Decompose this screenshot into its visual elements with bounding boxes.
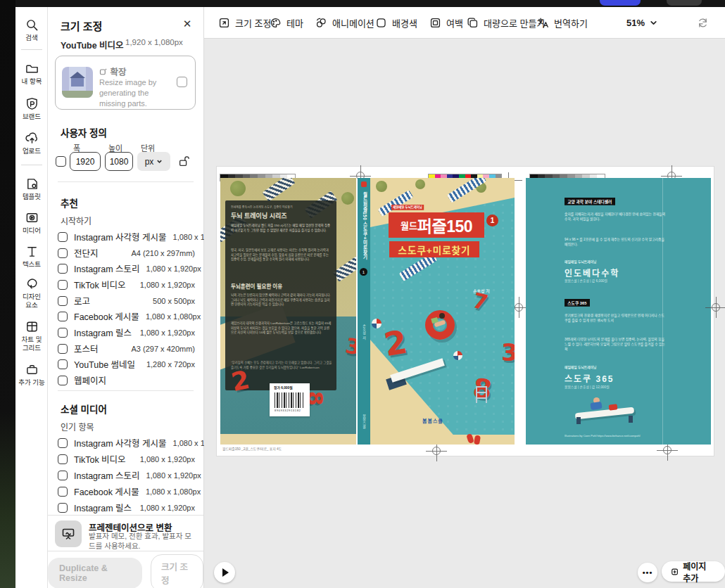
- sidebar-item-upload[interactable]: 업로드: [15, 132, 48, 155]
- zoom-control[interactable]: 51%: [626, 7, 657, 39]
- decor-shape: [70, 72, 85, 78]
- book-back-cover[interactable]: 전세계를 중독시킨 논리게임 스도쿠, 집중력 미로찾기 두뇌 트레이닝 시리즈…: [220, 178, 356, 445]
- size-option-row[interactable]: Instagram 릴스1,080 x 1,920px: [58, 326, 195, 338]
- add-page-button[interactable]: 페이지 추가: [662, 561, 725, 582]
- width-input[interactable]: [70, 152, 101, 171]
- sidebar-item-media[interactable]: 미디어: [15, 211, 48, 235]
- option-label: Instagram 스토리: [74, 468, 140, 482]
- sidebar-item-label: 업로드: [23, 147, 41, 155]
- sidebar-item-label: 텍스트: [23, 260, 41, 269]
- size-option-row[interactable]: Instagram 릴스1,080 x 1,920px: [58, 501, 195, 513]
- sidebar-divider: [21, 165, 42, 165]
- checkbox[interactable]: [58, 296, 68, 306]
- checkbox[interactable]: [58, 328, 68, 338]
- book-front-cover[interactable]: 매일매일 두뇌트레이닝 월드퍼즐150 1 스도쿠+미로찾기 손호성 저 7 2…: [370, 178, 515, 445]
- height-input[interactable]: [105, 152, 133, 171]
- expand-checkbox[interactable]: [177, 77, 187, 87]
- checkbox[interactable]: [58, 359, 68, 369]
- flap-paragraph: 숫자를 지배하는자가 세상을 지배한다! 베다경전 안에 숨어있는 천재들의 수…: [565, 212, 667, 222]
- size-option-row[interactable]: Instagram 스토리1,080 x 1,920px: [58, 469, 195, 481]
- artboard-page[interactable]: 전세계를 중독시킨 논리게임 스도쿠, 집중력 미로찾기 두뇌 트레이닝 시리즈…: [217, 167, 714, 456]
- sidebar-item-my-items[interactable]: 내 항목: [15, 62, 48, 86]
- checkbox[interactable]: [58, 232, 68, 242]
- toolbar-animation[interactable]: 애니메이션: [315, 7, 374, 39]
- checkbox[interactable]: [58, 344, 68, 354]
- book-flap[interactable]: 교양 과학 분야 스테디셀러 숫자를 지배하는자가 세상을 지배한다! 베다경전…: [526, 178, 711, 445]
- size-option-row[interactable]: Facebook 게시물1,080 x 1,080px: [58, 485, 195, 497]
- flap-series-label: 매일매일 두뇌트레이닝: [565, 260, 667, 264]
- option-size: 1,080 x 1,920px: [140, 455, 195, 464]
- checkbox[interactable]: [58, 264, 68, 274]
- size-option-row[interactable]: Facebook 게시물1,080 x 1,080px: [58, 310, 195, 322]
- canvas-area[interactable]: 전세계를 중독시킨 논리게임 스도쿠, 집중력 미로찾기 두뇌 트레이닝 시리즈…: [204, 39, 725, 588]
- toolbar-theme[interactable]: 테마: [270, 7, 303, 39]
- presentation-icon-tile: [55, 520, 82, 547]
- option-size: 1,080 x 1,920px: [146, 471, 201, 480]
- generative-expand-card[interactable]: 확장 Resize image by generating the missin…: [55, 56, 196, 110]
- checkbox[interactable]: [58, 312, 68, 321]
- custom-checkbox[interactable]: [56, 156, 66, 167]
- size-option-row[interactable]: TikTok 비디오1,080 x 1,920px: [58, 453, 195, 465]
- zoom-level: 51%: [626, 18, 645, 28]
- book-spine[interactable]: 월드퍼즐150 스도쿠+미로찾기 1 손호성 저 봄봄스쿨: [358, 178, 370, 445]
- checkbox[interactable]: [58, 248, 68, 258]
- checkbox[interactable]: [58, 503, 68, 513]
- design-elements-icon: [25, 277, 39, 290]
- sidebar-item-brand[interactable]: 브랜드: [15, 97, 48, 121]
- sidebar-item-search[interactable]: 검색: [15, 18, 48, 42]
- checkbox[interactable]: [58, 438, 68, 448]
- toolbar-background-color[interactable]: 배경색: [375, 7, 417, 39]
- play-preview-button[interactable]: [214, 562, 235, 583]
- toolbar-resize[interactable]: 크기 조정: [218, 7, 271, 39]
- checkbox[interactable]: [58, 376, 68, 385]
- more-options-button[interactable]: •••: [638, 563, 657, 582]
- size-option-row[interactable]: 웹페이지: [58, 374, 195, 386]
- checkbox[interactable]: [58, 280, 68, 290]
- option-label: TikTok 비디오: [74, 278, 126, 291]
- sidebar-item-charts-grids[interactable]: 차트 및 그리드: [15, 320, 48, 352]
- decor-beach-ball: [453, 351, 462, 360]
- option-label: Facebook 게시물: [74, 485, 139, 498]
- app-sidebar: 검색 내 항목 브랜드 업로드 템플릿 미디어 텍스트 디자인 요소 차트 및 …: [15, 7, 48, 588]
- decor-shape: [62, 91, 93, 98]
- top-bar-secondary-button[interactable]: [667, 0, 702, 6]
- resize-button[interactable]: 크기 조정: [151, 554, 203, 588]
- sidebar-item-design-elements[interactable]: 디자인 요소: [15, 277, 48, 309]
- checkbox[interactable]: [58, 487, 68, 497]
- back-paragraph: 뇌의 기능은 단련하지 않으면 체력이나 근력과 같이 해마다 기능이 저하됩니…: [231, 293, 332, 307]
- promo-description: 발표자 메모, 전환 효과, 발표자 모드를 사용하세요.: [89, 532, 194, 551]
- sidebar-item-text[interactable]: 텍스트: [15, 245, 48, 269]
- checkbox[interactable]: [58, 454, 68, 464]
- unlock-icon[interactable]: [177, 155, 190, 167]
- size-option-row[interactable]: 로고500 x 500px: [58, 295, 195, 307]
- back-paragraph: 영국, 미국, 일본등에서 보조 교재로 사용되는 미로는 수학적 원리와 논리…: [231, 248, 332, 262]
- top-bar-primary-button[interactable]: [600, 0, 641, 6]
- panel-footer: Duplicate & Resize 크기 조정: [48, 558, 203, 588]
- size-option-row[interactable]: 전단지A4 (210 x 297mm): [58, 247, 195, 259]
- close-icon[interactable]: ✕: [181, 18, 194, 30]
- templates-icon: [25, 177, 39, 191]
- size-option-row[interactable]: Instagram 사각형 게시물1,080 x 1,080px: [58, 231, 195, 243]
- checkbox[interactable]: [58, 471, 68, 480]
- convert-to-presentation-banner[interactable]: 프레젠테이션으로 변환 발표자 메모, 전환 효과, 발표자 모드를 사용하세요…: [48, 515, 203, 551]
- toolbar-bulk-create[interactable]: 대량으로 만들기: [467, 7, 545, 39]
- sidebar-item-templates[interactable]: 템플릿: [15, 177, 48, 201]
- toolbar-translate[interactable]: 번역하기: [537, 7, 588, 39]
- expand-preview-image: [62, 67, 93, 98]
- size-option-row[interactable]: Instagram 사각형 게시물1,080 x 1,080px: [58, 437, 195, 449]
- duplicate-resize-button[interactable]: Duplicate & Resize: [48, 558, 142, 588]
- decor-lounger: [263, 178, 296, 202]
- toolbar-margins[interactable]: 여백: [429, 7, 463, 39]
- divider: [58, 390, 194, 391]
- back-heading: 두뇌 트레이닝 시리즈: [231, 211, 287, 220]
- size-option-row[interactable]: Instagram 스토리1,080 x 1,920px: [58, 262, 195, 274]
- history-sync-control[interactable]: [697, 7, 709, 39]
- unit-value: px: [145, 157, 154, 167]
- play-icon: [222, 568, 229, 577]
- sidebar-item-add-ons[interactable]: 추가 기능: [15, 363, 48, 387]
- unit-select[interactable]: px: [137, 152, 170, 171]
- size-option-row[interactable]: YouTube 썸네일1,280 x 720px: [58, 358, 195, 370]
- size-option-row[interactable]: TikTok 비디오1,080 x 1,920px: [58, 279, 195, 290]
- size-option-row[interactable]: 포스터A3 (297 x 420mm): [58, 343, 195, 354]
- toolbar-label: 애니메이션: [332, 16, 374, 30]
